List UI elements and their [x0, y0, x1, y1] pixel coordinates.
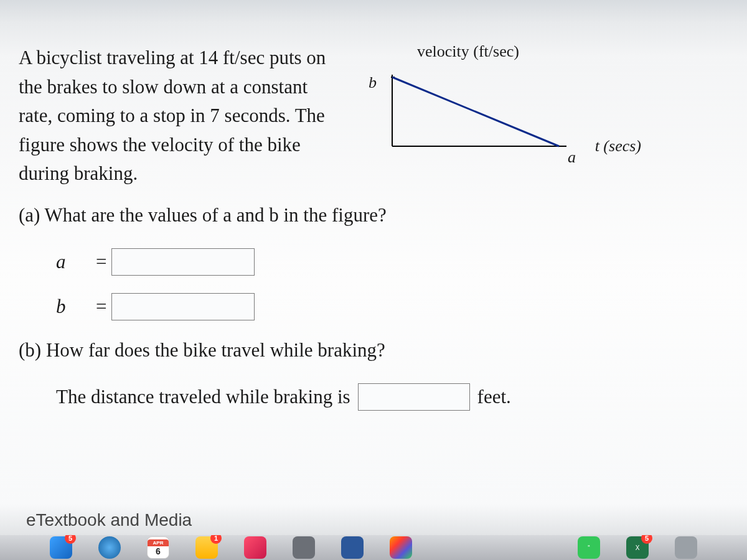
excel-icon[interactable]: X 5 [626, 536, 649, 559]
input-distance[interactable] [358, 383, 470, 411]
trash-icon[interactable] [675, 536, 697, 559]
finder-badge: 5 [65, 535, 76, 544]
input-b[interactable] [111, 293, 255, 320]
label-b: b [56, 296, 93, 318]
settings-icon[interactable] [293, 536, 315, 559]
macos-dock: 5 APR 6 1 “ X 5 [0, 535, 747, 560]
input-row-b: b = [56, 293, 728, 320]
input-row-a: a = [56, 248, 728, 276]
etextbook-link[interactable]: eTextbook and Media [26, 510, 192, 530]
photos-icon[interactable] [390, 536, 412, 559]
music-icon[interactable] [244, 536, 266, 559]
question-b-text: (b) How far does the bike travel while b… [19, 339, 728, 362]
notes-badge: 1 [210, 535, 222, 544]
notes-icon[interactable]: 1 [195, 536, 218, 559]
excel-badge: 5 [641, 535, 652, 544]
chart-x-axis-title: t (secs) [595, 137, 641, 156]
messages-icon[interactable]: “ [578, 536, 600, 559]
velocity-chart: velocity (ft/sec) b a t (secs) [361, 50, 598, 162]
equals-a: = [96, 251, 106, 273]
calendar-day: 6 [156, 546, 161, 556]
distance-answer-row: The distance traveled while braking is f… [56, 383, 728, 411]
equals-b: = [96, 296, 106, 318]
chart-y-axis-title: velocity (ft/sec) [417, 42, 519, 61]
distance-unit: feet. [477, 386, 511, 408]
messages-glyph: “ [588, 544, 590, 551]
question-a-text: (a) What are the values of a and b in th… [19, 204, 728, 226]
svg-line-3 [392, 77, 559, 146]
globe-icon[interactable] [98, 536, 121, 559]
answer-inputs-block: a = b = [56, 248, 728, 320]
input-a[interactable] [111, 248, 255, 276]
problem-top-row: A bicyclist traveling at 14 ft/sec puts … [19, 44, 728, 189]
calendar-icon[interactable]: APR 6 [147, 536, 169, 559]
finder-icon[interactable]: 5 [50, 536, 72, 559]
word-icon[interactable] [341, 536, 364, 559]
chart-a-label: a [568, 148, 576, 167]
problem-statement: A bicyclist traveling at 14 ft/sec puts … [19, 44, 342, 189]
distance-prompt: The distance traveled while braking is [56, 386, 350, 408]
velocity-line-svg [386, 68, 573, 156]
chart-b-label: b [369, 73, 377, 92]
excel-label: X [636, 544, 640, 551]
calendar-month: APR [148, 539, 169, 546]
question-page: A bicyclist traveling at 14 ft/sec puts … [0, 0, 747, 560]
label-a: a [56, 251, 93, 273]
